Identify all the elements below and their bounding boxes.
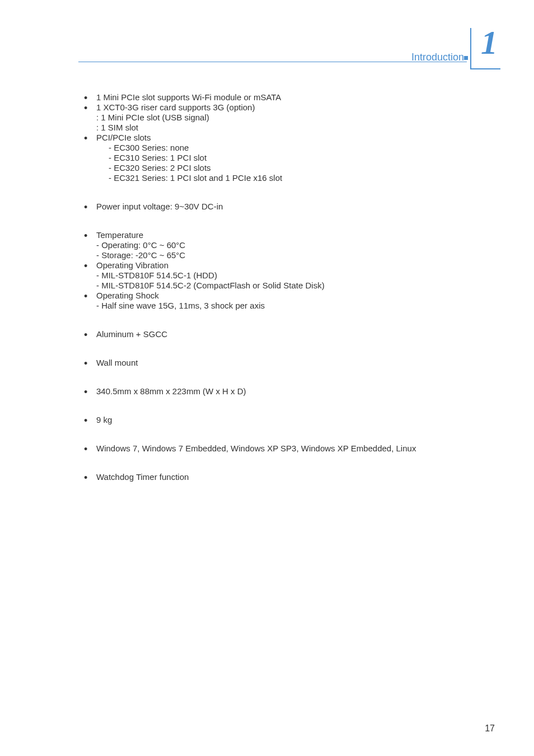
expansion-section: 1 Mini PCIe slot supports Wi-Fi module o… (84, 92, 487, 183)
list-item: 340.5mm x 88mm x 223mm (W x H x D) (96, 386, 487, 396)
page-number: 17 (485, 724, 495, 734)
sub-text: : 1 Mini PCIe slot (USB signal) (96, 113, 209, 122)
os-section: Windows 7, Windows 7 Embedded, Windows X… (84, 444, 487, 454)
item-text: PCI/PCIe slots (96, 133, 151, 142)
page-content: 1 Mini PCIe slot supports Wi-Fi module o… (84, 92, 487, 501)
list-item: Temperature - Operating: 0°C ~ 60°C - St… (96, 230, 487, 260)
list-item: 1 XCT0-3G riser card supports 3G (option… (96, 102, 487, 133)
chapter-number: 1 (481, 24, 498, 62)
sub-text: - EC310 Series: 1 PCI slot (109, 153, 207, 162)
environment-section: Temperature - Operating: 0°C ~ 60°C - St… (84, 230, 487, 311)
construction-section: Aluminum + SGCC (84, 329, 487, 339)
item-text: Operating Vibration (96, 260, 168, 270)
list-item: Operating Shock - Half sine wave 15G, 11… (96, 291, 487, 311)
list-item: Watchdog Timer function (96, 472, 487, 482)
sub-text: - EC320 Series: 2 PCI slots (109, 163, 211, 172)
sub-text: - EC300 Series: none (109, 143, 189, 152)
list-item: Power input voltage: 9~30V DC-in (96, 202, 487, 212)
item-text: Operating Shock (96, 291, 159, 300)
sub-text: - Storage: -20°C ~ 65°C (96, 250, 185, 260)
label-tick-icon (464, 56, 468, 60)
header-rule (78, 62, 467, 62)
sub-text: - MIL-STD810F 514.5C-1 (HDD) (96, 270, 217, 280)
list-item: PCI/PCIe slots - EC300 Series: none - EC… (96, 133, 487, 183)
item-text: 1 XCT0-3G riser card supports 3G (option… (96, 102, 255, 112)
sub-text: : 1 SIM slot (96, 123, 138, 132)
mounting-section: Wall mount (84, 358, 487, 368)
weight-section: 9 kg (84, 415, 487, 425)
sub-text: - EC321 Series: 1 PCI slot and 1 PCIe x1… (109, 173, 282, 183)
power-section: Power input voltage: 9~30V DC-in (84, 202, 487, 212)
list-item: 9 kg (96, 415, 487, 425)
sub-text: - MIL-STD810F 514.5C-2 (CompactFlash or … (96, 281, 325, 290)
list-item: Windows 7, Windows 7 Embedded, Windows X… (96, 444, 487, 454)
list-item: Operating Vibration - MIL-STD810F 514.5C… (96, 260, 487, 291)
sub-text: - Operating: 0°C ~ 60°C (96, 240, 185, 250)
list-item: Aluminum + SGCC (96, 329, 487, 339)
list-item: 1 Mini PCIe slot supports Wi-Fi module o… (96, 92, 487, 102)
features-section: Watchdog Timer function (84, 472, 487, 482)
list-item: Wall mount (96, 358, 487, 368)
dimensions-section: 340.5mm x 88mm x 223mm (W x H x D) (84, 386, 487, 396)
item-text: Temperature (96, 230, 143, 240)
sub-text: - Half sine wave 15G, 11ms, 3 shock per … (96, 301, 265, 310)
